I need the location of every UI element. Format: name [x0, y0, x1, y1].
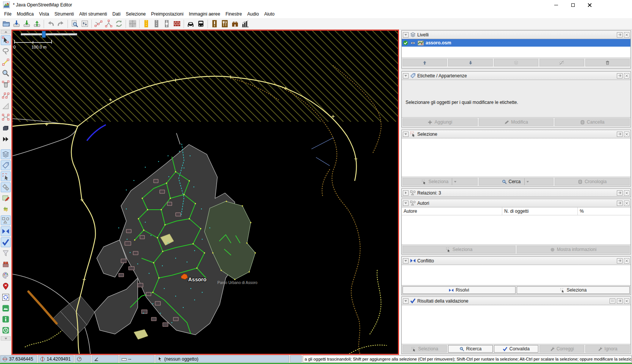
select-author-button[interactable]: Seleziona	[402, 246, 516, 253]
road-tertiary-button[interactable]	[141, 19, 151, 29]
ignore-button[interactable]: Ignora	[585, 345, 630, 353]
relations-panel-toggle[interactable]	[1, 182, 11, 192]
column-objects[interactable]: N. di oggetti	[502, 207, 578, 215]
edit-tag-button[interactable]: Modifica	[479, 118, 554, 126]
search-dropdown-button[interactable]	[524, 178, 531, 185]
draw-nodes-tool[interactable]	[1, 57, 11, 67]
layer-visible-icon[interactable]	[410, 41, 416, 46]
toolbar-collapse-button[interactable]	[1, 30, 11, 34]
collapse-button[interactable]	[403, 258, 409, 264]
toolbar-collapse-button[interactable]	[1, 336, 11, 340]
select-conflict-button[interactable]: Seleziona	[517, 286, 630, 294]
select-dropdown-button[interactable]	[452, 178, 458, 185]
maximize-button[interactable]	[564, 0, 581, 9]
zoom-tool[interactable]	[1, 68, 11, 78]
layer-merge-button[interactable]	[494, 59, 538, 66]
sticky-button[interactable]	[617, 73, 623, 78]
close-panel-button[interactable]	[624, 73, 629, 78]
menu-aiuto[interactable]: Aiuto	[261, 10, 277, 18]
car-button[interactable]	[186, 19, 196, 29]
expand-button[interactable]	[403, 190, 409, 196]
sticky-button[interactable]	[617, 132, 623, 137]
delete-tag-button[interactable]: Cancella	[555, 118, 630, 126]
imagery-button[interactable]	[1, 303, 11, 313]
lookup-button[interactable]: Ricerca	[448, 345, 492, 353]
collapse-button[interactable]	[403, 73, 409, 78]
measure-tool[interactable]	[1, 101, 11, 111]
collapse-button[interactable]	[403, 201, 409, 206]
resolve-button[interactable]: Risolvi	[402, 286, 516, 294]
undo-button[interactable]	[46, 19, 56, 29]
close-panel-button[interactable]	[624, 201, 629, 206]
preferences-button[interactable]	[80, 19, 90, 29]
bus-button[interactable]	[196, 19, 206, 29]
layer-up-button[interactable]	[402, 59, 447, 66]
authors-panel-toggle[interactable]	[1, 215, 11, 225]
minimize-button[interactable]	[548, 0, 564, 9]
menu-altri-strumenti[interactable]: Altri strumenti	[77, 10, 110, 18]
zoom-slider-handle[interactable]	[42, 31, 46, 38]
synchronize-button[interactable]	[114, 19, 124, 29]
move-button[interactable]	[127, 19, 138, 29]
select-button[interactable]: Seleziona	[402, 178, 478, 185]
close-button[interactable]	[581, 0, 598, 9]
menu-finestre[interactable]: Finestre	[223, 10, 244, 18]
validator-results-list[interactable]	[402, 305, 630, 344]
menu-file[interactable]: File	[2, 10, 14, 18]
history-button[interactable]: Cronologia	[555, 178, 630, 185]
menu-immagini-aeree[interactable]: Immagini aeree	[186, 10, 223, 18]
search-button[interactable]: Cerca	[479, 178, 554, 185]
merge-ways-tool[interactable]	[1, 112, 11, 122]
column-author[interactable]: Autore	[402, 207, 502, 215]
layers-panel-toggle[interactable]	[1, 149, 11, 159]
menu-modifica[interactable]: Modifica	[14, 10, 36, 18]
conflict-list[interactable]	[402, 265, 630, 286]
layer-delete-button[interactable]	[585, 59, 630, 66]
selection-panel-toggle[interactable]	[1, 171, 11, 181]
elevation-profile-button[interactable]	[240, 19, 250, 29]
layer-down-button[interactable]	[448, 59, 492, 66]
add-tag-button[interactable]: Aggiungi	[402, 118, 478, 126]
collapse-button[interactable]	[403, 32, 409, 38]
map-paint-toggle[interactable]	[1, 270, 11, 280]
map-canvas[interactable]: Assoro Parco Urbano di Assoro 0 100.0 m	[13, 31, 398, 354]
menu-selezione[interactable]: Selezione	[123, 10, 149, 18]
close-panel-button[interactable]	[624, 132, 629, 137]
road-residential-button[interactable]	[151, 19, 162, 29]
download-object-button[interactable]	[69, 19, 80, 29]
tags-panel-toggle[interactable]	[1, 160, 11, 170]
validator-options-button[interactable]	[610, 298, 615, 304]
command-stack-toggle[interactable]	[1, 259, 11, 269]
fix-button[interactable]: Correggi	[539, 345, 584, 353]
column-percent[interactable]: %	[578, 207, 630, 215]
merge-nodes-button[interactable]	[93, 19, 104, 29]
sticky-button[interactable]	[617, 298, 623, 304]
lasso-tool[interactable]	[1, 46, 11, 56]
menu-dati[interactable]: Dati	[110, 10, 123, 18]
selection-list[interactable]	[402, 138, 630, 177]
wall-button[interactable]	[172, 19, 182, 29]
road-roundabout-button[interactable]	[162, 19, 172, 29]
validate-button[interactable]: Convalida	[494, 345, 538, 353]
menu-audio[interactable]: Audio	[245, 10, 262, 18]
save-button[interactable]	[11, 19, 22, 29]
minimap-toggle[interactable]	[1, 292, 11, 302]
layer-opacity-button[interactable]	[539, 59, 584, 66]
restaurant-button[interactable]	[220, 19, 230, 29]
open-button[interactable]	[1, 19, 11, 29]
more-tools-button[interactable]	[1, 134, 11, 144]
sticky-button[interactable]	[617, 32, 623, 38]
sticky-button[interactable]	[617, 190, 623, 196]
notes-toggle[interactable]	[1, 281, 11, 291]
select-error-button[interactable]: Seleziona	[402, 345, 447, 353]
collapse-button[interactable]	[403, 298, 409, 304]
collapse-button[interactable]	[403, 132, 409, 137]
download-button[interactable]	[22, 19, 32, 29]
close-panel-button[interactable]	[624, 258, 629, 264]
show-info-button[interactable]: Mostra informazioni	[517, 246, 630, 253]
redo-button[interactable]	[56, 19, 66, 29]
select-tool[interactable]	[1, 35, 11, 45]
conflict-panel-toggle[interactable]	[1, 226, 11, 236]
validator-panel-toggle[interactable]	[1, 237, 11, 247]
layer-row[interactable]: assoro.osm	[402, 39, 630, 47]
